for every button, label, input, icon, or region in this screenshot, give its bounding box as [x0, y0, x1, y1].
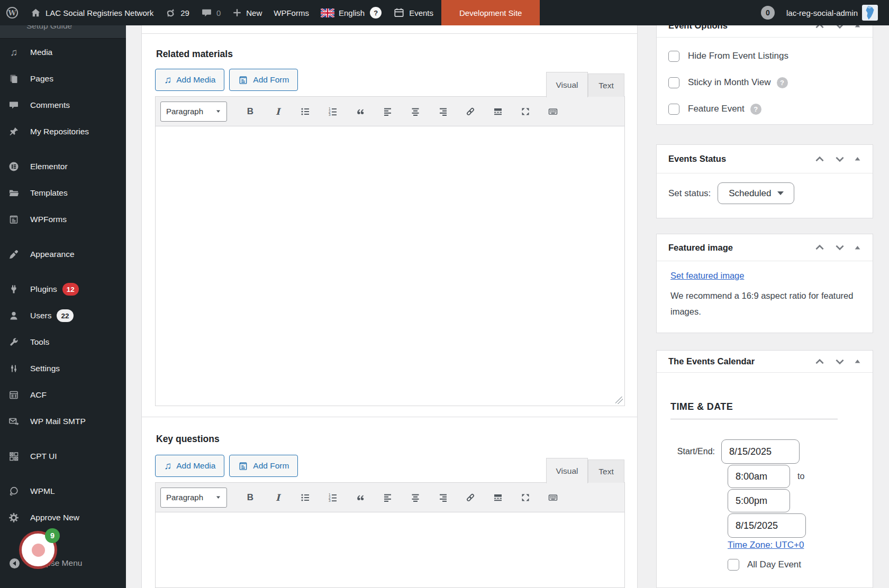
numbered-list-button[interactable]: 123 — [321, 102, 344, 122]
sidebar-item-cpt-ui[interactable]: CPT UI — [0, 443, 126, 470]
bold-button[interactable]: B — [239, 102, 262, 122]
fullscreen-button[interactable] — [514, 488, 537, 508]
panel-body: Set status: Scheduled — [657, 173, 873, 213]
feature-event-checkbox[interactable] — [668, 104, 679, 115]
end-date-input[interactable] — [728, 513, 806, 538]
align-left-button[interactable] — [376, 488, 400, 508]
end-time-input[interactable] — [728, 489, 790, 512]
add-form-button[interactable]: Add Form — [229, 69, 298, 91]
sidebar-item-elementor[interactable]: Elementor — [0, 153, 126, 180]
status-dropdown[interactable]: Scheduled — [718, 182, 794, 204]
paragraph-format-select[interactable]: Paragraph — [160, 488, 227, 508]
updates-menu[interactable]: 29 — [159, 0, 195, 25]
panel-body: TIME & DATE Start/End: to — [657, 401, 873, 571]
notifications-menu[interactable]: 0 — [755, 0, 781, 25]
italic-button[interactable]: I — [266, 102, 289, 122]
user-account-menu[interactable]: lac-reg-social-admin — [781, 0, 884, 25]
sticky-in-month-view-checkbox[interactable] — [668, 77, 679, 88]
move-up-icon[interactable] — [814, 242, 826, 253]
keyboard-shortcuts-button[interactable] — [541, 102, 565, 122]
sidebar-item-wpml[interactable]: WPML — [0, 478, 126, 504]
language-help-icon[interactable]: ? — [370, 7, 382, 19]
collapse-toggle-icon[interactable] — [854, 155, 861, 162]
read-more-button[interactable] — [486, 102, 510, 122]
text-tab[interactable]: Text — [588, 460, 624, 483]
related-materials-section: Related materials ♫ Add Media Add Form V… — [142, 33, 637, 417]
gear-icon — [8, 512, 20, 523]
section-title: Related materials — [156, 49, 233, 60]
help-icon[interactable]: ? — [777, 77, 788, 88]
bold-button[interactable]: B — [239, 488, 262, 508]
resize-grip[interactable] — [615, 397, 623, 404]
language-menu[interactable]: English ? — [315, 0, 387, 25]
align-left-button[interactable] — [376, 102, 400, 122]
sidebar-item-plugins[interactable]: Plugins12 — [0, 276, 126, 302]
add-media-button[interactable]: ♫ Add Media — [155, 69, 224, 91]
numbered-list-button[interactable]: 123 — [321, 488, 344, 508]
bulleted-list-button[interactable] — [294, 488, 317, 508]
start-date-input[interactable] — [721, 439, 800, 464]
sidebar-item-users[interactable]: Users22 — [0, 302, 126, 329]
sidebar-item-comments[interactable]: Comments — [0, 92, 126, 118]
collapse-menu-button[interactable]: Collapse Menu — [0, 551, 126, 575]
collapse-toggle-icon[interactable] — [854, 358, 861, 365]
align-center-button[interactable] — [404, 102, 427, 122]
panel-header: Events Status — [657, 145, 873, 173]
collapse-toggle-icon[interactable] — [854, 244, 861, 251]
editor-content-area[interactable] — [156, 512, 624, 587]
visual-tab[interactable]: Visual — [546, 458, 588, 483]
sidebar-item-media[interactable]: ♫Media — [0, 39, 126, 66]
updates-count: 29 — [180, 8, 189, 17]
help-icon[interactable]: ? — [750, 104, 761, 115]
post-edit-main-column: Related materials ♫ Add Media Add Form V… — [141, 25, 638, 588]
add-media-button[interactable]: ♫ Add Media — [155, 455, 224, 477]
fullscreen-button[interactable] — [514, 102, 537, 122]
move-down-icon[interactable] — [834, 153, 846, 165]
start-time-input[interactable] — [728, 465, 790, 488]
wp-logo-menu[interactable]: W — [0, 0, 24, 25]
hide-from-event-listings-checkbox[interactable] — [668, 51, 679, 62]
sidebar-item-setup-guide[interactable]: Setup Guide — [0, 25, 126, 39]
events-menu[interactable]: Events — [387, 0, 439, 25]
site-name-menu[interactable]: LAC Social Registries Network — [24, 0, 159, 25]
align-center-button[interactable] — [404, 488, 427, 508]
sidebar-item-templates[interactable]: Templates — [0, 180, 126, 206]
visual-tab[interactable]: Visual — [546, 72, 588, 97]
add-form-button[interactable]: Add Form — [229, 455, 298, 477]
sidebar-item-approve-new[interactable]: Approve New — [0, 504, 126, 531]
new-content-menu[interactable]: New — [226, 0, 268, 25]
blockquote-button[interactable] — [349, 488, 372, 508]
align-right-button[interactable] — [431, 102, 455, 122]
comments-menu[interactable]: 0 — [195, 0, 226, 25]
link-button[interactable] — [459, 102, 482, 122]
move-down-icon[interactable] — [834, 242, 846, 253]
all-day-checkbox[interactable] — [728, 559, 739, 571]
sidebar-item-appearance[interactable]: Appearance — [0, 241, 126, 268]
italic-button[interactable]: I — [266, 488, 289, 508]
move-up-icon[interactable] — [814, 153, 826, 165]
editor-content-area[interactable] — [156, 126, 624, 406]
bulleted-list-button[interactable] — [294, 102, 317, 122]
move-up-icon[interactable] — [814, 356, 826, 368]
move-down-icon[interactable] — [834, 356, 846, 368]
sidebar-item-wp-mail-smtp[interactable]: WP Mail SMTP — [0, 408, 126, 435]
support-avatar-bubble[interactable]: 9 — [19, 531, 57, 569]
text-tab[interactable]: Text — [588, 74, 624, 97]
sidebar-item-pages[interactable]: Pages — [0, 66, 126, 92]
timezone-link[interactable]: Time Zone: UTC+0 — [728, 540, 804, 550]
align-right-button[interactable] — [431, 488, 455, 508]
sidebar-item-tools[interactable]: Tools — [0, 329, 126, 355]
set-featured-image-link[interactable]: Set featured image — [670, 271, 744, 280]
sidebar-item-settings[interactable]: Settings — [0, 355, 126, 382]
sidebar-item-acf[interactable]: ACF — [0, 382, 126, 408]
sidebar-item-my-repositories[interactable]: My Repositories — [0, 118, 126, 145]
paragraph-format-select[interactable]: Paragraph — [160, 102, 227, 122]
user-icon — [8, 310, 20, 321]
read-more-button[interactable] — [486, 488, 510, 508]
blockquote-button[interactable] — [349, 102, 372, 122]
sidebar-item-wpforms[interactable]: WPForms — [0, 206, 126, 233]
link-button[interactable] — [459, 488, 482, 508]
keyboard-shortcuts-button[interactable] — [541, 488, 565, 508]
comment-bubble-icon — [201, 7, 212, 19]
wpforms-menu[interactable]: WPForms — [268, 0, 315, 25]
